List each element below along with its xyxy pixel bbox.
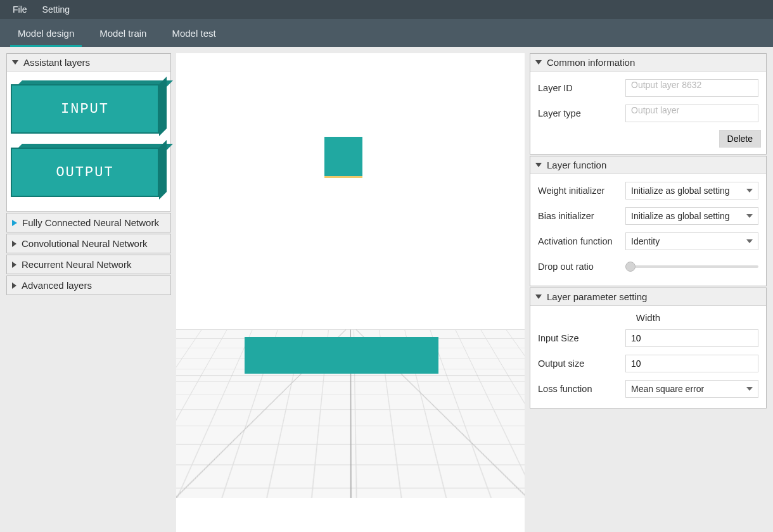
chevron-down-icon xyxy=(746,189,753,193)
select-value: Identity xyxy=(631,236,660,246)
design-canvas[interactable] xyxy=(176,53,525,532)
section-title: Common information xyxy=(547,57,635,68)
chevron-down-icon xyxy=(746,214,753,218)
input-input-size[interactable] xyxy=(625,329,758,347)
slider-dropout-ratio[interactable] xyxy=(625,258,758,276)
chevron-right-icon xyxy=(12,262,16,268)
accordion-cnn[interactable]: Convolutional Neural Network xyxy=(6,234,171,253)
field-layer-type: Output layer xyxy=(625,104,758,122)
chevron-down-icon xyxy=(535,163,542,167)
palette-block-label: OUTPUT xyxy=(11,148,159,197)
slider-knob[interactable] xyxy=(625,262,636,272)
label-weight-initializer: Weight initializer xyxy=(538,186,625,196)
label-bias-initializer: Bias initializer xyxy=(538,211,625,221)
accordion-advanced[interactable]: Advanced layers xyxy=(6,276,171,295)
field-layer-id: Output layer 8632 xyxy=(625,79,758,97)
section-title: Layer function xyxy=(547,160,606,170)
accordion-assistant-layers[interactable]: Assistant layers xyxy=(7,54,170,72)
select-value: Initialize as global setting xyxy=(631,186,730,196)
select-value: Mean square error xyxy=(631,384,704,394)
select-value: Initialize as global setting xyxy=(631,211,730,221)
tab-bar: Model design Model train Model test xyxy=(0,19,773,47)
palette-input-layer[interactable]: INPUT xyxy=(11,80,167,134)
label-input-size: Input Size xyxy=(538,333,625,343)
label-layer-id: Layer ID xyxy=(538,83,625,93)
inspector-panel: Common information Layer ID Output layer… xyxy=(525,47,773,532)
select-loss-function[interactable]: Mean square error xyxy=(625,380,758,398)
label-activation-function: Activation function xyxy=(538,236,625,246)
label-layer-type: Layer type xyxy=(538,108,625,118)
section-title: Layer parameter setting xyxy=(547,291,647,302)
menu-bar: File Setting xyxy=(0,0,773,19)
chevron-down-icon xyxy=(746,239,753,243)
label-output-size: Output size xyxy=(538,358,625,369)
input-output-size[interactable] xyxy=(625,355,758,372)
accordion-title: Convolutional Neural Network xyxy=(22,238,147,249)
menu-setting[interactable]: Setting xyxy=(35,2,78,17)
canvas-layer-node-small[interactable] xyxy=(324,137,362,176)
chevron-down-icon xyxy=(746,387,753,391)
canvas-layer-node-large[interactable] xyxy=(245,337,438,374)
delete-button[interactable]: Delete xyxy=(719,130,761,148)
select-activation-function[interactable]: Identity xyxy=(625,232,758,250)
left-panel: Assistant layers INPUT OUTPUT Fully Conn… xyxy=(0,47,176,532)
palette-block-label: INPUT xyxy=(11,84,159,134)
accordion-title: Fully Connected Neural Network xyxy=(22,217,159,228)
palette-output-layer[interactable]: OUTPUT xyxy=(11,144,167,197)
chevron-right-icon xyxy=(12,241,16,247)
select-weight-initializer[interactable]: Initialize as global setting xyxy=(625,182,758,200)
menu-file[interactable]: File xyxy=(5,2,35,17)
chevron-right-icon xyxy=(12,282,16,289)
accordion-fcnn[interactable]: Fully Connected Neural Network xyxy=(6,213,171,232)
section-layer-function[interactable]: Layer function xyxy=(530,156,766,174)
play-icon xyxy=(12,220,17,226)
chevron-down-icon xyxy=(535,60,542,65)
chevron-down-icon xyxy=(535,294,542,299)
column-header-width: Width xyxy=(535,307,761,326)
tab-model-train[interactable]: Model train xyxy=(87,19,159,47)
accordion-title: Advanced layers xyxy=(22,280,92,291)
accordion-title: Assistant layers xyxy=(23,57,90,68)
label-dropout-ratio: Drop out ratio xyxy=(538,262,625,272)
accordion-rnn[interactable]: Recurrent Neural Network xyxy=(6,255,171,274)
chevron-down-icon xyxy=(12,60,18,65)
section-layer-parameter[interactable]: Layer parameter setting xyxy=(530,288,766,306)
tab-model-test[interactable]: Model test xyxy=(159,19,228,47)
section-common-info[interactable]: Common information xyxy=(530,54,766,72)
tab-model-design[interactable]: Model design xyxy=(5,19,87,47)
label-loss-function: Loss function xyxy=(538,384,625,394)
select-bias-initializer[interactable]: Initialize as global setting xyxy=(625,207,758,225)
accordion-title: Recurrent Neural Network xyxy=(22,259,131,270)
